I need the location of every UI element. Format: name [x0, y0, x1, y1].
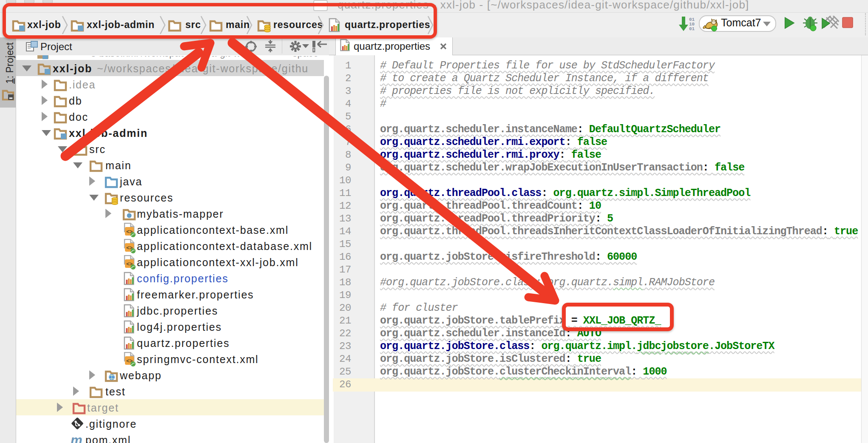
- svg-text:01: 01: [689, 26, 695, 31]
